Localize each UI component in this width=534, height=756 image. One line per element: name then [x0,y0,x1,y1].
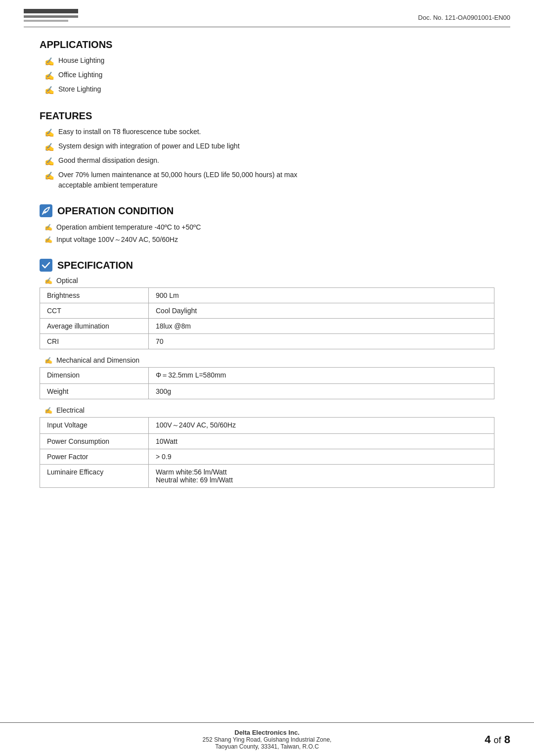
list-item: ✍ Operation ambient temperature -40ºC to… [44,222,494,233]
table-row: Input Voltage100V～240V AC, 50/60Hz [40,418,494,434]
value-cell: > 0.9 [149,449,494,465]
operation-condition-list: ✍ Operation ambient temperature -40ºC to… [40,222,494,245]
table-row: CCTCool Daylight [40,303,494,319]
value-cell: 10Watt [149,434,494,449]
param-cell: Input Voltage [40,418,149,434]
value-cell: Warm white:56 lm/WattNeutral white: 69 l… [149,465,494,488]
logo [24,9,78,22]
footer-page-number: 4 of 8 [471,733,510,746]
mechanical-table: DimensionΦ＝32.5mm L=580mmWeight300g [40,367,494,399]
list-item: ✍ System design with integration of powe… [44,141,494,153]
bullet-icon: ✍ [44,142,54,153]
table-row: DimensionΦ＝32.5mm L=580mm [40,368,494,384]
svg-rect-0 [40,204,52,217]
footer: Delta Electronics Inc. 252 Shang Ying Ro… [0,722,534,756]
param-cell: Weight [40,384,149,399]
table-row: Power Factor> 0.9 [40,449,494,465]
value-cell: 70 [149,334,494,349]
list-item: ✍ Easy to install on T8 fluorescence tub… [44,127,494,139]
value-cell: 900 Lm [149,288,494,303]
features-list: ✍ Easy to install on T8 fluorescence tub… [40,127,494,190]
features-title: FEATURES [40,110,494,122]
value-cell: 18lux @8m [149,319,494,334]
value-cell: 300g [149,384,494,399]
param-cell: Average illumination [40,319,149,334]
electrical-table: Input Voltage100V～240V AC, 50/60HzPower … [40,417,494,488]
list-item: ✍ Good thermal dissipation design. [44,155,494,168]
header: Doc. No. 121-OA0901001-EN00 [0,0,534,22]
list-item: ✍ Input voltage 100V～240V AC, 50/60Hz [44,235,494,245]
table-row: Weight300g [40,384,494,399]
company-name: Delta Electronics Inc. [234,729,300,736]
list-item: ✍ Store Lighting [44,84,494,96]
param-cell: Power Factor [40,449,149,465]
list-item: ✍ House Lighting [44,55,494,68]
address-line2: Taoyuan County, 33341, Taiwan, R.O.C [215,743,319,750]
operation-condition-title: OPERATION CONDITION [40,204,494,217]
value-cell: Cool Daylight [149,303,494,319]
optical-table: Brightness900 LmCCTCool DaylightAverage … [40,287,494,349]
param-cell: Dimension [40,368,149,384]
param-cell: CCT [40,303,149,319]
table-row: CRI70 [40,334,494,349]
value-cell: 100V～240V AC, 50/60Hz [149,418,494,434]
table-row: Average illumination18lux @8m [40,319,494,334]
page: Doc. No. 121-OA0901001-EN00 APPLICATIONS… [0,0,534,756]
main-content: APPLICATIONS ✍ House Lighting ✍ Office L… [0,27,534,488]
bullet-icon: ✍ [44,156,54,168]
features-section: FEATURES ✍ Easy to install on T8 fluores… [40,110,494,190]
bullet-icon: ✍ [44,85,54,96]
table-row: Luminaire EfficacyWarm white:56 lm/WattN… [40,465,494,488]
electrical-sub-label: ✍ Electrical [44,406,494,414]
mechanical-sub-label: ✍ Mechanical and Dimension [44,356,494,364]
optical-sub-label: ✍ Optical [44,277,494,284]
applications-section: APPLICATIONS ✍ House Lighting ✍ Office L… [40,39,494,96]
page-of: of [494,735,501,745]
address-line1: 252 Shang Ying Road, Guishang Industrial… [203,736,332,743]
bullet-icon: ✍ [44,170,54,182]
param-cell: Power Consumption [40,434,149,449]
bullet-icon: ✍ [44,223,52,233]
param-cell: Brightness [40,288,149,303]
page-current: 4 [485,733,490,746]
page-total: 8 [504,733,510,746]
list-item: ✍ Over 70% lumen maintenance at 50,000 h… [44,170,494,190]
bullet-icon: ✍ [44,235,52,245]
applications-title: APPLICATIONS [40,39,494,50]
svg-rect-2 [40,259,52,272]
bullet-icon: ✍ [44,127,54,139]
param-cell: CRI [40,334,149,349]
leaf-icon [40,204,52,217]
table-row: Brightness900 Lm [40,288,494,303]
checkmark-icon [40,259,52,272]
value-cell: Φ＝32.5mm L=580mm [149,368,494,384]
doc-number: Doc. No. 121-OA0901001-EN00 [418,13,510,21]
list-item: ✍ Office Lighting [44,70,494,82]
bullet-icon: ✍ [44,70,54,82]
footer-company: Delta Electronics Inc. 252 Shang Ying Ro… [63,729,471,750]
table-row: Power Consumption10Watt [40,434,494,449]
logo-bar-3 [24,20,68,22]
bullet-icon: ✍ [44,56,54,68]
operation-condition-section: OPERATION CONDITION ✍ Operation ambient … [40,204,494,245]
specification-title: SPECIFICATION [40,259,494,272]
param-cell: Luminaire Efficacy [40,465,149,488]
applications-list: ✍ House Lighting ✍ Office Lighting ✍ Sto… [40,55,494,96]
logo-bar-1 [24,9,78,13]
logo-bar-2 [24,15,78,18]
specification-section: SPECIFICATION ✍ Optical Brightness900 Lm… [40,259,494,488]
